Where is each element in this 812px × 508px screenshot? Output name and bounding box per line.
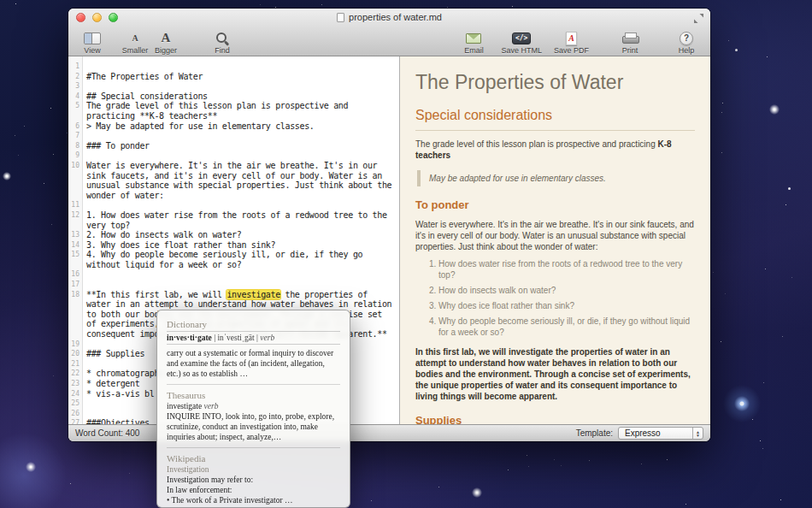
print-button[interactable]: Print (615, 27, 645, 56)
line-number: 2 (68, 72, 82, 82)
editor-line-text: 3. Why does ice float rather than sink? (82, 240, 275, 251)
line-number: 8 (68, 141, 82, 151)
thesaurus-section[interactable]: Thesaurus investigate verb INQUIRE INTO,… (167, 384, 340, 442)
line-number: 16 (68, 269, 82, 280)
editor-row: 154. Why do people become seriously ill,… (68, 250, 399, 260)
save-pdf-button[interactable]: A Save PDF (554, 27, 589, 56)
editor-row: 10Water is everywhere. It's in the air w… (68, 161, 399, 171)
editor-row: 4## Special considerations (68, 92, 399, 102)
find-label: Find (215, 46, 230, 56)
line-number: 6 (68, 121, 82, 132)
email-button[interactable]: Email (458, 27, 489, 56)
line-number: 11 (68, 200, 82, 210)
line-number: 1 (68, 62, 82, 72)
view-button[interactable]: View (77, 27, 108, 56)
editor-row: 6> May be adapted for use in elementary … (68, 121, 399, 132)
line-number: 4 (68, 92, 82, 102)
toolbar: View A Smaller A Bigger Find Email </> S… (68, 26, 710, 56)
fullscreen-icon[interactable] (693, 12, 704, 23)
editor-row: 16 (68, 269, 399, 280)
wikipedia-line: Investigation may refer to: (167, 475, 340, 485)
editor-line-text (82, 131, 86, 141)
line-number (68, 191, 82, 201)
line-number: 3 (68, 81, 82, 92)
editor-line-text: #The Properties of Water (82, 72, 203, 82)
editor-line-text: > May be adapted for use in elementary c… (82, 121, 315, 132)
grade-level-text: The grade level of this lesson plan is p… (415, 139, 658, 149)
editor-row: 121. How does water rise from the roots … (68, 210, 399, 221)
editor-line-text: * vis-a-vis bl (82, 389, 154, 399)
dictionary-lookup-popup: Dictionary in·ves·ti·gate | inˈvestiˌgāt… (156, 310, 350, 508)
editor-line-text: * detergent (82, 379, 139, 389)
editor-row: 11 (68, 200, 399, 210)
save-pdf-label: Save PDF (554, 46, 589, 56)
wikipedia-article-title: Investigation (167, 465, 340, 474)
dictionary-header: Dictionary (167, 319, 340, 329)
line-number: 19 (68, 340, 82, 350)
line-number: 23 (68, 379, 82, 389)
thesaurus-entry-head: investigate verb (167, 402, 340, 411)
pdf-icon: A (566, 32, 577, 45)
wikipedia-section[interactable]: Wikipedia Investigation Investigation ma… (167, 447, 340, 505)
save-html-button[interactable]: </> Save HTML (501, 27, 542, 56)
dictionary-pronunciation: | inˈvestiˌgāt | (214, 334, 258, 342)
titlebar[interactable]: properties of water.md (68, 9, 710, 26)
window-title-area: properties of water.md (68, 9, 710, 26)
line-number: 26 (68, 409, 82, 419)
bigger-text-icon: A (162, 31, 171, 45)
template-select[interactable]: Expresso ▲▼ (618, 427, 703, 440)
editor-row: water in an attempt to understand how wa… (68, 299, 399, 310)
editor-row: practicing **K-8 teachers** (68, 111, 399, 121)
line-number: 18 (68, 290, 82, 300)
editor-line-text (82, 399, 86, 409)
editor-row: 2#The Properties of Water (68, 72, 399, 82)
line-number: 24 (68, 389, 82, 399)
list-item: How does water rise from the roots of a … (438, 258, 695, 281)
bigger-text-button[interactable]: A Bigger (150, 27, 181, 56)
editor-line-text (82, 359, 86, 369)
line-number (68, 319, 82, 329)
editor-line-text (82, 269, 86, 280)
find-button[interactable]: Find (207, 27, 238, 56)
dictionary-word: in·ves·ti·gate (167, 334, 212, 342)
editor-line-text: 1. How does water rise from the roots of… (82, 210, 387, 221)
highlighted-word[interactable]: investigate (227, 290, 279, 299)
view-panes-icon (84, 32, 101, 44)
preview-heading-special-considerations: Special considerations (415, 107, 695, 131)
dictionary-part-of-speech: verb (260, 334, 274, 342)
editor-line-text (82, 81, 86, 92)
wikipedia-line: In law enforcement: (167, 485, 340, 495)
editor-row: unusual substance with special propertie… (68, 180, 399, 191)
help-button[interactable]: ? Help (671, 27, 702, 56)
editor-row: 9 (68, 151, 399, 161)
line-number: 25 (68, 399, 82, 409)
save-html-label: Save HTML (501, 46, 542, 56)
list-item: How do insects walk on water? (438, 285, 695, 296)
printer-icon (622, 32, 638, 44)
editor-row: sink faucets, and it's in every cell of … (68, 171, 399, 181)
editor-line-text: The grade level of this lesson plan is p… (82, 101, 348, 111)
smaller-text-button[interactable]: A Smaller (120, 27, 150, 56)
editor-row: 8### To ponder (68, 141, 399, 151)
thesaurus-word: investigate (167, 402, 202, 411)
thesaurus-part-of-speech: verb (204, 402, 219, 411)
editor-line-text: 2. How do insects walk on water? (82, 230, 241, 240)
editor-row: 5The grade level of this lesson plan is … (68, 101, 399, 111)
editor-line-text: sink faucets, and it's in every cell of … (82, 171, 382, 181)
thesaurus-synonyms: INQUIRE INTO, look into, go into, probe,… (167, 411, 340, 442)
dictionary-section[interactable]: Dictionary in·ves·ti·gate | inˈvestiˌgāt… (167, 319, 340, 379)
list-item: Why do people become seriously ill, or d… (438, 316, 695, 338)
editor-row: wonder of water: (68, 191, 399, 201)
smaller-text-icon: A (132, 33, 138, 43)
line-number: 12 (68, 210, 82, 221)
line-number (68, 111, 82, 121)
list-item: Why does ice float rather than sink? (438, 300, 695, 311)
help-question-icon: ? (680, 32, 693, 45)
editor-line-text: very top? (82, 221, 130, 231)
line-number: 27 (68, 418, 82, 424)
editor-line-text (82, 409, 86, 419)
editor-row: 18**In this first lab, we will investiga… (68, 290, 399, 300)
line-number (68, 310, 82, 320)
dictionary-entry-head: in·ves·ti·gate | inˈvestiˌgāt | verb (167, 331, 340, 345)
document-icon (337, 13, 344, 22)
